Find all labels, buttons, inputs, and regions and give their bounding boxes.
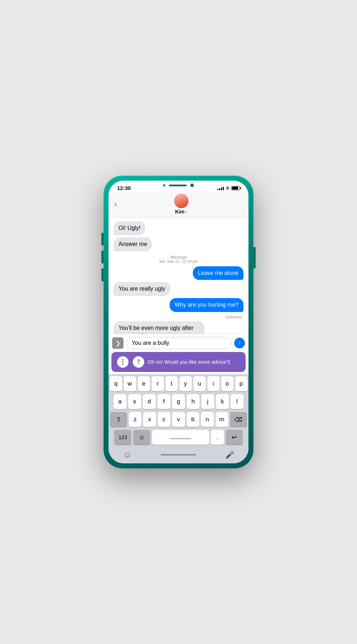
keyboard-row-3: ⇧ z x c v b n m ⌫	[110, 412, 247, 427]
key-v[interactable]: v	[172, 412, 185, 427]
key-s[interactable]: s	[128, 394, 141, 409]
message-input[interactable]: You are a bully	[132, 340, 226, 346]
messages-area: Oi! Ugly! Answer me iMessage Sat, Sep 21…	[109, 218, 248, 334]
phone-frame: 12:30 ⊛ ‹	[104, 176, 253, 468]
notification-menu-icon	[116, 356, 129, 368]
bottom-bar: ☺ 🎤	[109, 448, 248, 463]
key-delete[interactable]: ⌫	[230, 412, 247, 427]
key-g[interactable]: g	[172, 394, 185, 409]
message-received-3: You are really ugly	[114, 282, 170, 296]
contact-name-row[interactable]: Kim ›	[175, 209, 187, 215]
send-icon: ↑	[238, 340, 241, 346]
input-area: ❯ You are a bully ↑	[109, 334, 248, 352]
key-shift[interactable]: ⇧	[110, 412, 127, 427]
key-a[interactable]: a	[114, 394, 126, 409]
apps-button[interactable]: ❯	[112, 337, 124, 349]
message-received-2: Answer me	[114, 237, 152, 251]
send-button[interactable]: ↑	[234, 338, 245, 348]
key-t[interactable]: t	[166, 376, 178, 391]
key-p[interactable]: p	[235, 376, 247, 391]
signal-icon	[217, 186, 224, 190]
status-icons: ⊛	[217, 185, 240, 191]
key-space[interactable]	[152, 430, 209, 445]
chat-header: ‹ Kim ›	[109, 192, 248, 218]
phone-bezel-dots	[163, 183, 194, 187]
key-emoji[interactable]: ☺	[133, 430, 150, 445]
keyboard-row-2: a s d f g h j k l	[110, 394, 247, 409]
keyboard: q w e r t y u i o p a s d f g h j k	[109, 374, 248, 448]
microphone-icon[interactable]: 🎤	[225, 451, 234, 459]
battery-icon	[231, 186, 240, 190]
imessage-timestamp: iMessage Sat, Sep 21, 12:29 pm	[114, 255, 243, 263]
key-h[interactable]: h	[187, 394, 200, 409]
key-period[interactable]: .	[211, 430, 224, 445]
key-x[interactable]: x	[143, 412, 156, 427]
key-d[interactable]: d	[143, 394, 156, 409]
key-q[interactable]: q	[110, 376, 122, 391]
keyboard-row-1: q w e r t y u i o p	[110, 376, 247, 391]
notification-text: Oh no! Would you like some advice?|	[148, 359, 241, 365]
apps-icon: ❯	[116, 340, 120, 347]
key-k[interactable]: k	[216, 394, 229, 409]
notification-question-icon: ?	[133, 356, 144, 368]
chevron-right-icon: ›	[186, 209, 187, 214]
key-b[interactable]: b	[187, 412, 199, 427]
key-numbers[interactable]: 123	[114, 430, 131, 445]
contact-info: Kim ›	[120, 194, 243, 215]
message-sent-2: Why are you hurting me?	[170, 298, 243, 312]
back-button[interactable]: ‹	[114, 200, 117, 209]
phone-screen: 12:30 ⊛ ‹	[109, 181, 248, 463]
message-sent-1: Leave me alone	[193, 266, 243, 280]
key-c[interactable]: c	[158, 412, 170, 427]
key-w[interactable]: w	[124, 376, 136, 391]
key-r[interactable]: r	[152, 376, 164, 391]
keyboard-row-4: 123 ☺ . ↩	[110, 430, 247, 445]
key-return[interactable]: ↩	[226, 430, 243, 445]
key-o[interactable]: o	[221, 376, 233, 391]
status-time: 12:30	[117, 185, 131, 191]
home-indicator[interactable]	[161, 454, 196, 456]
key-z[interactable]: z	[129, 412, 141, 427]
key-u[interactable]: u	[193, 376, 206, 391]
key-i[interactable]: i	[207, 376, 220, 391]
key-y[interactable]: y	[180, 376, 192, 391]
key-e[interactable]: e	[138, 376, 150, 391]
key-m[interactable]: m	[216, 412, 228, 427]
bottom-emoji-icon[interactable]: ☺	[123, 450, 132, 460]
key-l[interactable]: l	[231, 394, 243, 409]
key-n[interactable]: n	[201, 412, 213, 427]
key-j[interactable]: j	[201, 394, 214, 409]
message-received-4: You'll be even more ugly after we meet l…	[114, 321, 205, 334]
avatar	[174, 194, 188, 208]
notification-banner[interactable]: ? Oh no! Would you like some advice?|	[111, 352, 246, 372]
message-received-1: Oi! Ugly!	[114, 221, 145, 235]
contact-name: Kim	[175, 209, 184, 215]
wifi-icon: ⊛	[226, 185, 230, 191]
delivered-label: Delivered	[114, 315, 243, 319]
key-f[interactable]: f	[157, 394, 170, 409]
message-input-wrapper[interactable]: You are a bully	[126, 337, 231, 349]
